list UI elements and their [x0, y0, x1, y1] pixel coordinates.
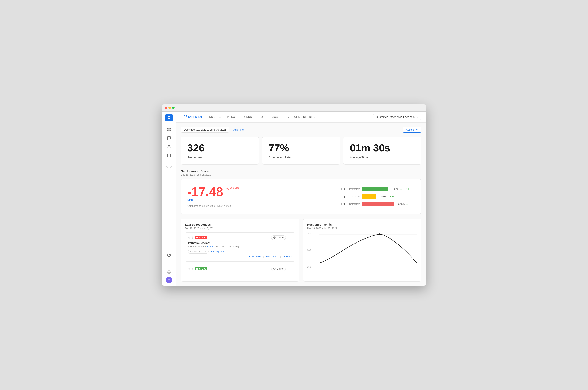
- trends-title: Response Trends: [307, 223, 417, 226]
- sidebar-icon-bell[interactable]: [165, 259, 173, 267]
- svg-rect-14: [184, 116, 185, 117]
- responses-label: Responses: [187, 155, 252, 159]
- nps-section-subtitle: Dec 18, 2020 - Jun 15, 2021: [181, 174, 421, 176]
- detractors-label: Detractors: [347, 203, 360, 205]
- svg-point-4: [168, 145, 170, 146]
- nps-badge-1: NPS 1.00: [195, 236, 207, 239]
- metrics-row: 326 Responses 77% Completion Rate 01m 30…: [181, 137, 421, 165]
- nav-insights[interactable]: INSIGHTS: [205, 112, 224, 123]
- tag-service-issue: Service Issue ×: [188, 250, 209, 253]
- completion-label: Completion Rate: [269, 155, 334, 159]
- passives-count: 41: [339, 195, 345, 198]
- online-badge-2: Online: [271, 267, 286, 271]
- nav-build[interactable]: BUILD & DISTRIBUTE: [284, 112, 322, 123]
- chart-svg: [307, 233, 417, 268]
- time-label: Average Time: [350, 155, 415, 159]
- maximize-button[interactable]: [172, 107, 175, 109]
- filter-bar: December 18, 2020 to June 30, 2021 + Add…: [181, 127, 421, 133]
- add-task-link-1[interactable]: + Add Task: [266, 255, 278, 259]
- response-1-actions: + Add Note | + Add Task | Forward: [188, 255, 292, 259]
- main-content: SNAPSHOT INSIGHTS INBOX TRENDS TEXT TAGS: [176, 112, 426, 286]
- responses-section-subtitle: Dec 18, 2020 - Jun 15, 2021: [185, 227, 295, 230]
- trends-subtitle: Dec 18, 2020 - Jun 15, 2021: [307, 227, 417, 230]
- y-label-150: 150: [307, 266, 311, 268]
- nps-bar-passives: 41 Passives 12.58% +41: [339, 194, 415, 199]
- response-item-1: ☆ ℹ NPS 1.00 Online ⋮: [185, 233, 295, 262]
- sidebar-icon-chat[interactable]: [165, 134, 173, 142]
- nps-right: 114 Promoters 34.97% +114 41: [339, 187, 415, 206]
- response-1-meta: 3 Months Ago By Brenda (Response # 50150…: [188, 245, 292, 248]
- promoters-label: Promoters: [347, 188, 360, 191]
- nps-section-title: Net Promoter Score: [181, 169, 421, 173]
- survey-selector[interactable]: Customer Experience Feedback: [373, 114, 421, 120]
- metric-time: 01m 30s Average Time: [343, 137, 421, 165]
- traffic-lights: [165, 107, 175, 109]
- star-icon-2[interactable]: ☆: [188, 267, 191, 271]
- nav-snapshot[interactable]: SNAPSHOT: [181, 112, 205, 123]
- more-icon-1[interactable]: ⋮: [289, 236, 292, 240]
- completion-value: 77%: [269, 142, 334, 154]
- trends-chart: 250 200 150: [307, 233, 417, 268]
- nps-left: -17.48 -17.48 NPS Compared to Jun 22, 20…: [187, 186, 332, 207]
- passives-bar: [362, 194, 376, 199]
- response-item-2: ☆ ℹ NPS 9.00 Online ⋮: [185, 264, 295, 275]
- app-logo[interactable]: Z: [165, 114, 173, 121]
- svg-rect-2: [167, 130, 169, 131]
- promoters-bar: [362, 187, 388, 192]
- content-area: December 18, 2020 to June 30, 2021 + Add…: [176, 123, 426, 286]
- metric-responses: 326 Responses: [181, 137, 259, 165]
- nps-badge-2: NPS 9.00: [195, 267, 207, 270]
- tag-remove-icon[interactable]: ×: [205, 250, 206, 253]
- sidebar-icon-add[interactable]: [166, 162, 172, 168]
- assign-tags-link-1[interactable]: + Assign Tags: [211, 250, 226, 253]
- info-icon-1[interactable]: ℹ: [192, 236, 193, 239]
- forward-link-1[interactable]: Forward: [283, 255, 292, 259]
- time-value: 01m 30s: [350, 142, 415, 154]
- responses-section-title: Last 10 responses: [185, 223, 295, 226]
- y-label-200: 200: [307, 249, 311, 251]
- online-badge-1: Online: [271, 236, 286, 240]
- user-avatar[interactable]: T: [166, 277, 172, 283]
- response-1-tags: Service Issue × + Assign Tags: [188, 250, 292, 253]
- svg-rect-16: [186, 117, 187, 118]
- info-icon-2[interactable]: ℹ: [192, 267, 193, 270]
- detractors-stats: 52.45% +171: [397, 203, 415, 205]
- nps-bar-detractors: 171 Detractors 52.45% +171: [339, 202, 415, 206]
- y-label-250: 250: [307, 233, 311, 235]
- svg-rect-5: [167, 154, 170, 157]
- svg-point-13: [168, 272, 169, 273]
- minimize-button[interactable]: [168, 107, 171, 109]
- top-nav: SNAPSHOT INSIGHTS INBOX TRENDS TEXT TAGS: [176, 112, 426, 123]
- sidebar-icon-grid[interactable]: [165, 125, 173, 133]
- promoters-stats: 34.97% +114: [391, 188, 409, 191]
- nav-trends[interactable]: TRENDS: [238, 112, 255, 123]
- svg-rect-1: [169, 128, 170, 129]
- bottom-row: Last 10 responses Dec 18, 2020 - Jun 15,…: [181, 219, 421, 282]
- nav-right: Customer Experience Feedback: [373, 114, 421, 120]
- close-button[interactable]: [165, 107, 167, 109]
- svg-rect-15: [186, 116, 187, 116]
- passives-label: Passives: [347, 195, 360, 198]
- nps-label: NPS: [187, 198, 193, 202]
- nav-tags[interactable]: TAGS: [268, 112, 281, 123]
- nps-compare: Compared to Jun 22, 2020 - Dec 17, 2020: [187, 205, 332, 207]
- svg-rect-0: [167, 128, 169, 129]
- sidebar-icon-task[interactable]: [165, 151, 173, 159]
- date-range-filter[interactable]: December 18, 2020 to June 30, 2021: [181, 127, 229, 133]
- nav-inbox[interactable]: INBOX: [224, 112, 238, 123]
- nps-change: -17.48: [225, 186, 239, 191]
- add-filter-button[interactable]: + Add Filter: [232, 128, 245, 131]
- sidebar-icon-user[interactable]: [165, 143, 173, 151]
- svg-rect-3: [169, 130, 170, 131]
- more-icon-2[interactable]: ⋮: [289, 267, 292, 271]
- actions-button[interactable]: Actions: [403, 127, 421, 133]
- nav-text[interactable]: TEXT: [255, 112, 268, 123]
- response-1-title: Pathetic Service!: [188, 241, 292, 244]
- detractors-count: 171: [339, 202, 345, 206]
- nps-card: -17.48 -17.48 NPS Compared to Jun 22, 20…: [181, 179, 421, 214]
- sidebar-icon-settings[interactable]: [165, 268, 173, 276]
- star-icon-1[interactable]: ☆: [188, 236, 191, 240]
- add-note-link-1[interactable]: + Add Note: [249, 255, 261, 259]
- sidebar-icon-help[interactable]: [165, 251, 173, 259]
- chart-y-labels: 250 200 150: [307, 233, 311, 268]
